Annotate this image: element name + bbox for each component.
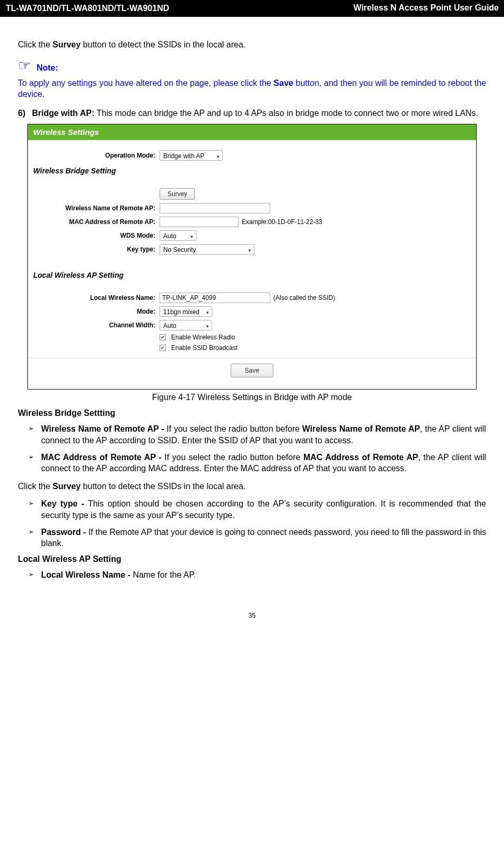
figure-wireless-settings: Wireless Settings Operation Mode: Bridge… [27, 124, 477, 390]
local-bullet-list: Local Wireless Name - Name for the AP. [18, 569, 486, 581]
survey-line-2: Click the Survey button to detect the SS… [18, 481, 486, 492]
remote-name-input[interactable] [160, 203, 270, 213]
b3-title: Key type - [41, 499, 88, 508]
note-label: Note: [34, 63, 58, 72]
local-section-heading: Local Wireless AP Setting [28, 267, 476, 281]
note-block: ☞ Note: To apply any settings you have a… [18, 57, 486, 100]
intro-survey-line: Click the Survey button to detect the SS… [18, 39, 486, 51]
row-survey: Survey [28, 187, 476, 201]
l1-title: Local Wireless Name - [41, 570, 133, 579]
header-guide: Wireless N Access Point User Guide [175, 0, 504, 17]
header-models: TL-WA701ND/TL-WA801ND/TL-WA901ND [0, 0, 175, 17]
figure-body: Operation Mode: Bridge with AP Wireless … [28, 140, 476, 389]
wds-label: WDS Mode: [33, 232, 160, 239]
row-remote-mac: MAC Address of Remote AP: Example:00-1D-… [28, 215, 476, 229]
row-cb1: ✔ Enable Wireless Radio [28, 332, 476, 343]
cb-enable-wireless[interactable]: ✔ [160, 334, 166, 340]
b1-a: If you select the radio button before [166, 424, 302, 433]
remote-name-label: Wireless Name of Remote AP: [33, 205, 160, 212]
row-chw: Channel Width: Auto [28, 318, 476, 332]
remote-mac-label: MAC Address of Remote AP: [33, 218, 160, 226]
b2-a: If you select the radio button before [164, 453, 303, 462]
mode-select[interactable]: 11bgn mixed [160, 306, 212, 317]
bridge-settting-heading: Wireless Bridge Settting [18, 408, 486, 418]
item6-desc: This mode can bridge the AP and up to 4 … [94, 109, 478, 118]
ssid-hint: (Also called the SSID) [273, 294, 335, 301]
cb2-label: Enable SSID Broadcast [171, 344, 238, 352]
survey2-prefix: Click the [18, 482, 53, 491]
bridge-bullet-list-2: Key type - This option should be chosen … [18, 498, 486, 549]
note-icon: ☞ [18, 57, 31, 74]
row-local-name: Local Wireless Name: TP-LINK_AP_4099 (Al… [28, 291, 476, 305]
item6-num: 6) [18, 109, 25, 118]
keytype-select[interactable]: No Security [160, 244, 254, 255]
l1-text: Name for the AP. [133, 570, 196, 579]
row-keytype: Key type: No Security [28, 242, 476, 256]
b4-title: Password - [41, 528, 88, 537]
local-name-label: Local Wireless Name: [33, 294, 160, 301]
row-wds: WDS Mode: Auto [28, 229, 476, 242]
intro-suffix: button to detect the SSIDs in the local … [81, 40, 245, 49]
b1-bold: Wireless Name of Remote AP [302, 424, 420, 433]
note-text: To apply any settings you have altered o… [18, 77, 486, 100]
operation-mode-select[interactable]: Bridge with AP [160, 150, 223, 161]
row-remote-name: Wireless Name of Remote AP: [28, 201, 476, 215]
b4-text: If the Remote AP that your device is goi… [41, 528, 486, 548]
bridge-section-heading: Wireless Bridge Setting [28, 162, 476, 177]
chw-select[interactable]: Auto [160, 320, 212, 330]
local-ap-heading: Local Wireless AP Setting [18, 554, 486, 564]
chw-label: Channel Width: [33, 322, 160, 329]
survey-button[interactable]: Survey [160, 188, 195, 200]
page-body: Click the Survey button to detect the SS… [0, 17, 504, 630]
operation-mode-label: Operation Mode: [33, 152, 160, 159]
list-item: Local Wireless Name - Name for the AP. [28, 569, 486, 581]
item6-title: Bridge with AP: [32, 109, 95, 118]
list-item: MAC Address of Remote AP - If you select… [28, 452, 486, 474]
list-item: Key type - This option should be chosen … [28, 498, 486, 521]
keytype-label: Key type: [33, 246, 160, 253]
survey2-bold: Survey [53, 482, 81, 491]
list-item: Password - If the Remote AP that your de… [28, 527, 486, 549]
figure-panel-title: Wireless Settings [28, 124, 476, 140]
bridge-bullet-list: Wireless Name of Remote AP - If you sele… [18, 423, 486, 474]
row-cb2: ✔ Enable SSID Broadcast [28, 343, 476, 353]
item-6: 6) Bridge with AP: This mode can bridge … [18, 108, 486, 119]
b2-bold: MAC Address of Remote AP [303, 453, 418, 462]
intro-prefix: Click the [18, 40, 53, 49]
survey2-suffix: button to detect the SSIDs in the local … [81, 482, 245, 491]
figure-caption: Figure 4-17 Wireless Settings in Bridge … [18, 393, 486, 402]
page-header: TL-WA701ND/TL-WA801ND/TL-WA901ND Wireles… [0, 0, 504, 17]
cb-enable-ssid[interactable]: ✔ [160, 345, 166, 351]
note-prefix: To apply any settings you have altered o… [18, 79, 274, 87]
wds-select[interactable]: Auto [160, 230, 196, 241]
b3-text: This option should be chosen according t… [41, 499, 486, 520]
mac-example: Example:00-1D-0F-11-22-33 [242, 218, 322, 226]
remote-mac-input[interactable] [160, 217, 239, 227]
cb1-label: Enable Wireless Radio [171, 334, 235, 341]
intro-survey-bold: Survey [53, 40, 81, 49]
row-operation-mode: Operation Mode: Bridge with AP [28, 149, 476, 162]
b2-title: MAC Address of Remote AP - [41, 453, 164, 462]
b1-title: Wireless Name of Remote AP - [41, 424, 166, 433]
row-mode: Mode: 11bgn mixed [28, 305, 476, 318]
save-button[interactable]: Save [231, 364, 273, 377]
local-name-input[interactable]: TP-LINK_AP_4099 [160, 293, 270, 303]
list-item: Wireless Name of Remote AP - If you sele… [28, 423, 486, 446]
page-number: 35 [18, 612, 486, 619]
note-save-bold: Save [274, 79, 293, 87]
mode-label: Mode: [33, 308, 160, 315]
row-save: Save [28, 357, 476, 384]
